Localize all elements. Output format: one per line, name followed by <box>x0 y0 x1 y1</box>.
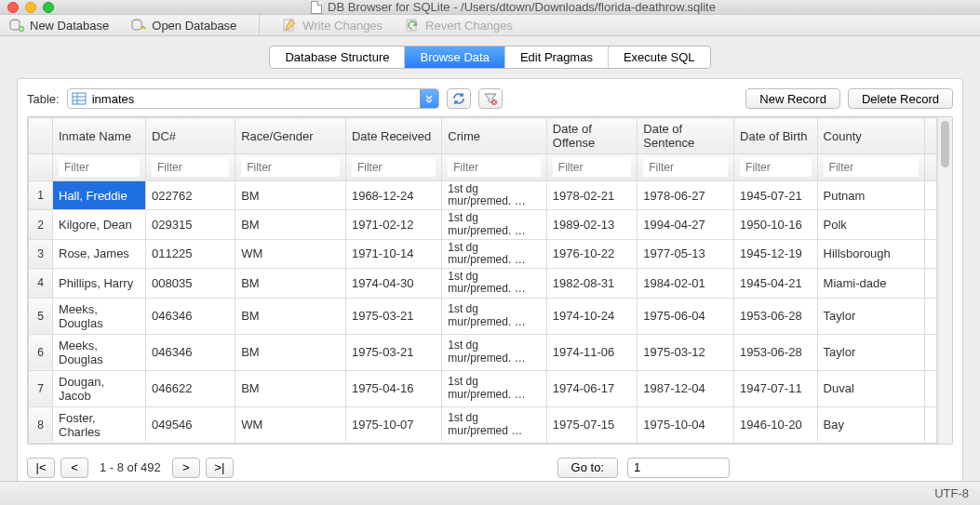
column-filter-input[interactable] <box>241 158 340 177</box>
cell[interactable]: Taylor <box>817 334 924 370</box>
column-header[interactable]: Race/Gender <box>235 118 346 154</box>
cell[interactable]: 1975-03-21 <box>345 334 441 370</box>
cell[interactable]: 008035 <box>146 269 235 298</box>
cell[interactable]: 1975-06-04 <box>638 298 734 334</box>
cell[interactable]: 1945-07-21 <box>734 181 817 210</box>
column-filter-input[interactable] <box>824 158 919 177</box>
cell[interactable]: WM <box>235 239 346 268</box>
cell[interactable]: BM <box>235 298 346 334</box>
cell[interactable]: 1st dgmur/premed. … <box>442 334 547 370</box>
column-header[interactable]: Date Received <box>345 118 441 154</box>
cell[interactable]: 1968-12-24 <box>345 181 441 210</box>
cell[interactable]: Bay <box>817 406 924 443</box>
cell[interactable]: 1st dgmur/premed. … <box>442 181 547 210</box>
cell[interactable]: 1950-10-16 <box>734 210 817 239</box>
row-number[interactable]: 5 <box>29 298 53 334</box>
tab-execute-sql[interactable]: Execute SQL <box>609 47 710 68</box>
cell[interactable]: 022762 <box>146 181 235 210</box>
tab-browse-data[interactable]: Browse Data <box>405 47 504 68</box>
cell[interactable]: 1975-03-12 <box>638 334 734 370</box>
cell[interactable]: 046346 <box>146 298 235 334</box>
cell[interactable]: Miami-dade <box>817 269 924 298</box>
table-row[interactable]: 8Foster, Charles049546WM1975-10-071st dg… <box>29 406 937 443</box>
row-number[interactable]: 3 <box>29 239 53 268</box>
cell[interactable]: BM <box>235 210 346 239</box>
cell[interactable]: 1974-10-24 <box>546 298 637 334</box>
table-row[interactable]: 2Kilgore, Dean029315BM1971-02-121st dgmu… <box>29 210 937 239</box>
cell[interactable]: 1977-05-13 <box>638 239 734 268</box>
zoom-icon[interactable] <box>43 2 54 13</box>
row-number[interactable]: 2 <box>29 210 53 239</box>
cell[interactable]: Rose, James <box>53 239 146 268</box>
column-filter-input[interactable] <box>553 158 631 177</box>
cell[interactable]: 1st dgmur/premed. … <box>442 269 547 298</box>
column-header[interactable]: DC# <box>146 118 235 154</box>
cell[interactable]: 1975-07-15 <box>546 406 637 443</box>
cell[interactable]: Taylor <box>817 298 924 334</box>
goto-button[interactable]: Go to: <box>557 458 618 478</box>
cell[interactable]: 1st dgmur/premed. … <box>442 298 547 334</box>
cell[interactable]: 1953-06-28 <box>734 334 817 370</box>
cell[interactable]: 1971-10-14 <box>345 239 441 268</box>
cell[interactable]: 1947-07-11 <box>734 370 817 406</box>
tab-edit-pragmas[interactable]: Edit Pragmas <box>505 47 609 68</box>
table-select-value[interactable] <box>90 92 420 106</box>
cell[interactable]: 1987-12-04 <box>638 370 734 406</box>
cell[interactable]: 1974-04-30 <box>345 269 441 298</box>
revert-changes-button[interactable]: Revert Changes <box>405 18 513 33</box>
table-row[interactable]: 5Meeks, Douglas046346BM1975-03-211st dgm… <box>29 298 937 334</box>
cell[interactable]: 1953-06-28 <box>734 298 817 334</box>
column-header[interactable]: Crime <box>442 118 547 154</box>
cell[interactable]: 1978-06-27 <box>638 181 734 210</box>
column-header[interactable]: Inmate Name <box>53 118 146 154</box>
cell[interactable]: 1974-06-17 <box>546 370 637 406</box>
close-icon[interactable] <box>7 2 19 13</box>
column-filter-input[interactable] <box>59 158 140 177</box>
cell[interactable]: 1978-02-21 <box>546 181 637 210</box>
column-filter-input[interactable] <box>740 158 811 177</box>
cell[interactable]: 1975-03-21 <box>345 298 441 334</box>
cell[interactable]: Foster, Charles <box>53 406 146 443</box>
column-header[interactable]: Date of Offense <box>546 118 637 154</box>
column-filter-input[interactable] <box>352 158 436 177</box>
cell[interactable]: Hillsborough <box>817 239 924 268</box>
cell[interactable]: 029315 <box>146 210 235 239</box>
cell[interactable]: Duval <box>817 370 924 406</box>
goto-input[interactable] <box>627 458 730 478</box>
clear-filters-button[interactable] <box>478 88 503 109</box>
table-row[interactable]: 1Hall, Freddie022762BM1968-12-241st dgmu… <box>29 181 937 210</box>
row-number[interactable]: 8 <box>29 406 53 443</box>
cell[interactable]: 011225 <box>146 239 235 268</box>
refresh-button[interactable] <box>447 88 471 109</box>
cell[interactable]: 1976-10-22 <box>546 239 637 268</box>
row-number[interactable]: 4 <box>29 269 53 298</box>
row-number[interactable]: 7 <box>29 370 53 406</box>
cell[interactable]: Phillips, Harry <box>53 269 146 298</box>
cell[interactable]: BM <box>235 181 346 210</box>
cell[interactable]: 1945-12-19 <box>734 239 817 268</box>
cell[interactable]: 046346 <box>146 334 235 370</box>
cell[interactable]: 049546 <box>146 406 235 443</box>
new-record-button[interactable]: New Record <box>745 88 840 109</box>
first-page-button[interactable]: |< <box>27 458 55 478</box>
cell[interactable]: 1994-04-27 <box>638 210 734 239</box>
cell[interactable]: 1st dgmur/premed. … <box>442 210 547 239</box>
table-row[interactable]: 7Dougan, Jacob046622BM1975-04-161st dgmu… <box>29 370 937 406</box>
cell[interactable]: Polk <box>817 210 924 239</box>
scrollbar-thumb[interactable] <box>941 121 949 167</box>
table-row[interactable]: 3Rose, James011225WM1971-10-141st dgmur/… <box>29 239 937 268</box>
row-number[interactable]: 6 <box>29 334 53 370</box>
next-page-button[interactable]: > <box>172 458 200 478</box>
last-page-button[interactable]: >| <box>206 458 234 478</box>
column-filter-input[interactable] <box>152 158 229 177</box>
cell[interactable]: Kilgore, Dean <box>53 210 146 239</box>
cell[interactable]: Meeks, Douglas <box>53 298 146 334</box>
chevron-down-icon[interactable] <box>420 89 438 108</box>
cell[interactable]: 1989-02-13 <box>546 210 637 239</box>
vertical-scrollbar[interactable] <box>937 117 952 444</box>
write-changes-button[interactable]: Write Changes <box>282 18 383 33</box>
column-header[interactable]: County <box>817 118 924 154</box>
cell[interactable]: 1984-02-01 <box>638 269 734 298</box>
table-select[interactable] <box>67 88 439 109</box>
cell[interactable]: 1982-08-31 <box>546 269 637 298</box>
